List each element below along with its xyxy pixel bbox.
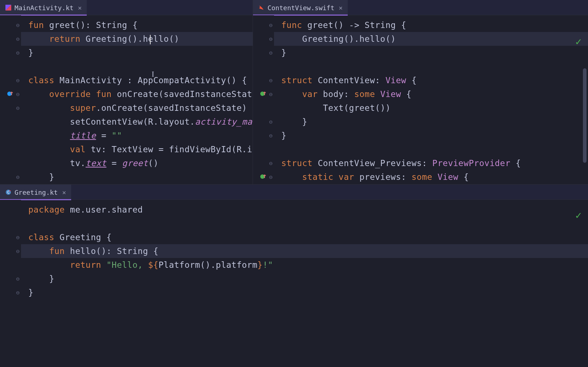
code-line[interactable]: func greet() -> String { [274,18,588,32]
tab-label: MainActivity.kt [15,4,74,12]
code-line[interactable] [274,142,588,156]
tab-greeting[interactable]: C Greeting.kt × [0,185,71,200]
gutter [0,200,21,367]
editor-pane-top-right: ContentView.swift × ✓ func greet() -> St… [253,0,588,184]
implement-up-icon[interactable] [259,89,268,98]
fold-toggle-icon[interactable]: ⊖ [15,49,20,56]
tab-bar: ContentView.swift × [253,0,588,15]
fold-toggle-icon[interactable]: ⊖ [268,132,273,139]
code-line[interactable]: package me.user.shared [21,203,588,217]
code-line[interactable]: super.onCreate(savedInstanceState) [21,101,253,115]
fold-toggle-icon[interactable]: ⊖ [15,234,20,241]
code-line[interactable]: setContentView(R.layout.activity_main) [21,115,253,129]
text-cursor-icon: I [152,70,154,78]
fold-toggle-icon[interactable]: ⊖ [268,91,273,98]
scrollbar-thumb[interactable] [583,68,587,163]
code-line[interactable]: } [21,286,588,299]
editor-pane-bottom: C Greeting.kt × ✓ package me.user.shared… [0,184,588,367]
code-line[interactable]: struct ContentView: View { [274,73,588,87]
code-line[interactable]: struct ContentView_Previews: PreviewProv… [274,156,588,170]
fold-toggle-icon[interactable]: ⊖ [15,275,20,282]
code-line[interactable]: static var previews: some View { [274,170,588,184]
tab-label: ContentView.swift [268,4,334,12]
code-editor[interactable]: ✓ fun greet(): String { return Greeting(… [0,15,253,184]
fold-toggle-icon[interactable]: ⊖ [15,36,20,43]
code-line[interactable]: var body: some View { [274,87,588,101]
fold-toggle-icon[interactable]: ⊖ [15,91,20,98]
code-area[interactable]: ✓ fun greet(): String { return Greeting(… [21,15,253,184]
inspection-ok-icon: ✓ [575,209,581,221]
fold-toggle-icon[interactable]: ⊖ [268,22,273,29]
override-up-icon[interactable] [6,89,15,98]
caret [150,35,151,44]
code-line[interactable]: } [21,170,253,184]
code-area[interactable]: ✓ package me.user.sharedclass Greeting {… [21,200,588,367]
code-line[interactable]: } [21,272,588,286]
code-line[interactable]: title = "" [21,129,253,142]
code-line[interactable]: class MainActivity : AppCompatActivity()… [21,73,253,87]
code-line[interactable]: return "Hello, ${Platform().platform}!" [21,258,588,272]
code-line[interactable]: Greeting().hello() [274,32,588,46]
fold-toggle-icon[interactable]: ⊖ [15,77,20,84]
code-line[interactable] [274,60,588,73]
code-area[interactable]: ✓ func greet() -> String { Greeting().he… [274,15,588,184]
close-icon[interactable]: × [339,4,343,12]
code-line[interactable] [21,217,588,230]
fold-toggle-icon[interactable]: ⊖ [15,174,20,181]
code-line[interactable]: } [274,129,588,142]
editor-pane-top-left: MainActivity.kt × ✓ fun greet(): String … [0,0,253,184]
code-line[interactable]: Text(greet()) [274,101,588,115]
fold-toggle-icon[interactable]: ⊖ [15,248,20,255]
close-icon[interactable]: × [78,4,82,12]
tab-bar: C Greeting.kt × [0,185,588,200]
fold-toggle-icon[interactable]: ⊖ [268,160,273,167]
fold-toggle-icon[interactable]: ⊖ [15,289,20,296]
code-line[interactable]: } [274,115,588,129]
code-line[interactable]: } [274,46,588,60]
tab-bar: MainActivity.kt × [0,0,253,15]
close-icon[interactable]: × [62,189,66,196]
code-line[interactable]: tv.text = greet() [21,156,253,170]
tab-label: Greeting.kt [15,189,58,196]
code-line[interactable]: val tv: TextView = findViewById(R.id.t [21,142,253,156]
fold-toggle-icon[interactable]: ⊖ [15,105,20,112]
swift-file-icon [258,4,265,11]
code-line[interactable]: class Greeting { [21,230,588,244]
fold-toggle-icon[interactable]: ⊖ [268,118,273,125]
code-line[interactable] [21,60,253,73]
fold-toggle-icon[interactable]: ⊖ [15,22,20,29]
inspection-ok-icon: ✓ [575,36,581,48]
implement-up-icon[interactable] [259,172,268,181]
code-line[interactable]: fun greet(): String { [21,18,253,32]
fold-toggle-icon[interactable]: ⊖ [268,77,273,84]
code-editor[interactable]: ✓ package me.user.sharedclass Greeting {… [0,200,588,367]
code-line[interactable]: } [21,46,253,60]
kotlin-file-icon [5,4,12,11]
code-line[interactable]: override fun onCreate(savedInstanceState… [21,87,253,101]
svg-text:C: C [7,190,9,194]
code-line[interactable]: return Greeting().hello() [21,32,253,46]
fold-toggle-icon[interactable]: ⊖ [268,174,273,181]
tab-mainactivity[interactable]: MainActivity.kt × [0,0,87,15]
code-line[interactable]: fun hello(): String { [21,244,588,258]
tab-contentview[interactable]: ContentView.swift × [253,0,348,15]
fold-toggle-icon[interactable]: ⊖ [268,36,273,43]
fold-toggle-icon[interactable]: ⊖ [268,49,273,56]
kotlin-class-icon: C [5,189,12,195]
code-editor[interactable]: ✓ func greet() -> String { Greeting().he… [253,15,588,184]
